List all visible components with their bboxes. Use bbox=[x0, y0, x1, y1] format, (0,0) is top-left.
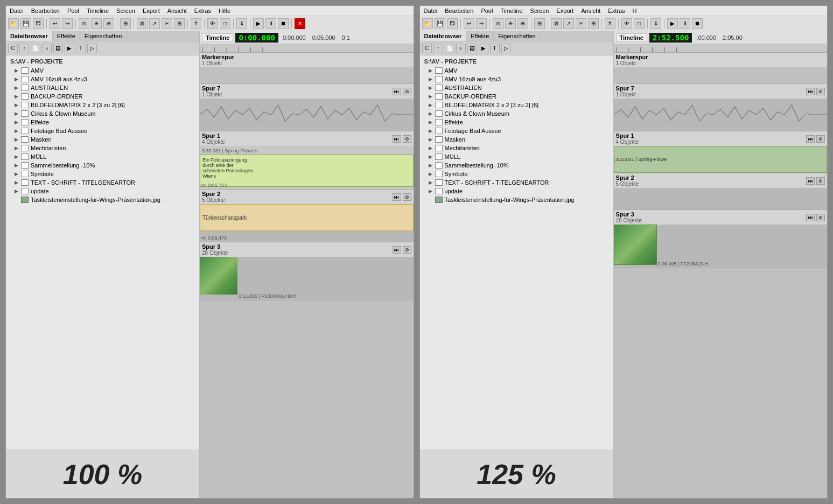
r-undo-btn[interactable]: ↩ bbox=[464, 18, 474, 29]
export-btn[interactable]: ⊠ bbox=[137, 18, 148, 29]
list-item[interactable]: Taskleisteneinstellung-für-Wings-Präsent… bbox=[6, 195, 199, 204]
r-spur3-skip-btn[interactable]: ⏭ bbox=[806, 214, 815, 221]
cut-btn[interactable]: ✂ bbox=[162, 18, 172, 29]
all-btn[interactable]: ▷ bbox=[87, 44, 97, 53]
r-menu-pool[interactable]: Pool bbox=[479, 7, 494, 15]
r-menu-datei[interactable]: Datei bbox=[422, 7, 439, 15]
r-pause2-btn[interactable]: ⏸ bbox=[680, 18, 690, 29]
spur7-mute-btn[interactable]: ⊘ bbox=[403, 88, 411, 95]
tab-dateibrowser[interactable]: Dateibrowser bbox=[6, 31, 53, 41]
r-list-item[interactable]: Taskleisteneinstellung-für-Wings-Präsent… bbox=[420, 195, 613, 204]
spur3-skip-btn[interactable]: ⏭ bbox=[393, 246, 401, 254]
r-spur1-skip-btn[interactable]: ⏭ bbox=[806, 135, 815, 143]
list-item[interactable]: ▶ Fototage Bad Aussee bbox=[6, 127, 199, 135]
menu-export[interactable]: Export bbox=[141, 7, 162, 15]
r-eye-btn[interactable]: 👁 bbox=[621, 18, 632, 29]
spur2-mute-btn[interactable]: ⊘ bbox=[403, 193, 411, 201]
r-spur3-mute-btn[interactable]: ⊘ bbox=[816, 214, 825, 221]
r-list-item[interactable]: ▶ Symbole bbox=[420, 170, 613, 178]
settings-btn[interactable]: ⊙ bbox=[79, 18, 89, 29]
eye-btn[interactable]: 👁 bbox=[207, 18, 218, 29]
r-menu-export[interactable]: Export bbox=[555, 7, 575, 15]
spur3-mute-btn[interactable]: ⊘ bbox=[403, 246, 411, 254]
list-item[interactable]: ▶ update bbox=[6, 187, 199, 195]
r-spur2-skip-btn[interactable]: ⏭ bbox=[806, 177, 815, 185]
menu-bearbeiten[interactable]: Bearbeiten bbox=[30, 7, 61, 15]
r-spur2-mute-btn[interactable]: ⊘ bbox=[816, 177, 825, 185]
r-settings-btn[interactable]: ⊙ bbox=[493, 18, 503, 29]
menu-extras[interactable]: Extras bbox=[193, 7, 213, 15]
plus-btn[interactable]: ⊕ bbox=[103, 18, 114, 29]
r-play2-btn[interactable]: ▶ bbox=[667, 18, 678, 29]
hash-btn[interactable]: # bbox=[191, 18, 201, 29]
list-item[interactable]: ▶ AMV 16zu9 aus 4zu3 bbox=[6, 75, 199, 83]
r-marker-btn[interactable]: ⊞ bbox=[588, 18, 599, 29]
r-list-item[interactable]: ▶ BACKUP-ORDNER bbox=[420, 92, 613, 101]
r-export2-btn[interactable]: ↗ bbox=[563, 18, 574, 29]
monitor-btn[interactable]: □ bbox=[220, 18, 230, 29]
r-list-item[interactable]: ▶ update bbox=[420, 187, 613, 195]
tab-eigenschaften[interactable]: Eigenschaften bbox=[80, 31, 127, 41]
r-list-item[interactable]: ▶ Cirkus & Clown Museum bbox=[420, 109, 613, 118]
vid-btn[interactable]: ▶ bbox=[65, 44, 74, 53]
menu-ansicht[interactable]: Ansicht bbox=[166, 7, 188, 15]
audio-btn[interactable]: ♪ bbox=[42, 44, 52, 53]
doc-btn[interactable]: 📄 bbox=[31, 44, 40, 53]
img-btn[interactable]: 🖼 bbox=[53, 44, 63, 53]
marker-btn[interactable]: ⊞ bbox=[174, 18, 185, 29]
r-arrow-btn[interactable]: ⇓ bbox=[650, 18, 661, 29]
tab-effekte[interactable]: Effekte bbox=[53, 31, 80, 41]
text-btn[interactable]: T bbox=[76, 44, 86, 53]
redo-btn[interactable]: ↪ bbox=[62, 18, 73, 29]
play2-btn[interactable]: ▶ bbox=[253, 18, 264, 29]
grid-btn[interactable]: ⊞ bbox=[120, 18, 131, 29]
r-menu-extras[interactable]: Extras bbox=[606, 7, 626, 15]
r-list-item[interactable]: ▶ Effekte bbox=[420, 118, 613, 127]
pause2-btn[interactable]: ⏸ bbox=[265, 18, 276, 29]
r-tab-dateibrowser[interactable]: Dateibrowser bbox=[420, 31, 467, 41]
list-item[interactable]: ▶ TEXT - SCHRIFT - TITELGENEARTOR bbox=[6, 178, 199, 187]
r-list-item[interactable]: ▶ TEXT - SCHRIFT - TITELGENEARTOR bbox=[420, 178, 613, 187]
list-item[interactable]: ▶ Effekte bbox=[6, 118, 199, 127]
r-cut-btn[interactable]: ✂ bbox=[576, 18, 586, 29]
menu-hilfe[interactable]: Hilfe bbox=[217, 7, 232, 15]
settings2-btn[interactable]: ✳ bbox=[91, 18, 102, 29]
menu-datei[interactable]: Datei bbox=[8, 7, 25, 15]
r-menu-h[interactable]: H bbox=[631, 7, 639, 15]
r-plus-btn[interactable]: ⊕ bbox=[517, 18, 528, 29]
save-btn[interactable]: 💾 bbox=[20, 18, 31, 29]
r-save-btn[interactable]: 💾 bbox=[435, 18, 445, 29]
r-save2-btn[interactable]: 🖫 bbox=[447, 18, 458, 29]
list-item[interactable]: ▶ AUSTRALIEN bbox=[6, 83, 199, 92]
refresh-btn[interactable]: C bbox=[8, 44, 18, 53]
close-toolbar-btn[interactable]: ✕ bbox=[295, 18, 305, 29]
list-item[interactable]: ▶ Sammelbestellung -10% bbox=[6, 161, 199, 170]
list-item[interactable]: ▶ BILDFELDMATRIX 2 x 2 [3 zu 2] [6] bbox=[6, 101, 199, 109]
list-item[interactable]: ▶ Masken bbox=[6, 135, 199, 144]
list-item[interactable]: ▶ BACKUP-ORDNER bbox=[6, 92, 199, 101]
menu-timeline[interactable]: Timeline bbox=[85, 7, 110, 15]
list-item[interactable]: ▶ MÜLL bbox=[6, 152, 199, 161]
undo-btn[interactable]: ↩ bbox=[50, 18, 60, 29]
r-refresh-btn[interactable]: C bbox=[422, 44, 432, 53]
spur1-mute-btn[interactable]: ⊘ bbox=[403, 135, 411, 143]
spur7-skip-btn[interactable]: ⏭ bbox=[393, 88, 401, 95]
r-list-item[interactable]: ▶ Masken bbox=[420, 135, 613, 144]
menu-screen[interactable]: Screen bbox=[115, 7, 137, 15]
r-list-item[interactable]: ▶ BILDFELDMATRIX 2 x 2 [3 zu 2] [6] bbox=[420, 101, 613, 109]
r-monitor-btn[interactable]: □ bbox=[634, 18, 645, 29]
r-grid-btn[interactable]: ⊞ bbox=[534, 18, 545, 29]
r-menu-timeline[interactable]: Timeline bbox=[499, 7, 524, 15]
r-all-btn[interactable]: ▷ bbox=[501, 44, 511, 53]
r-list-item[interactable]: ▶ Fototage Bad Aussee bbox=[420, 127, 613, 135]
r-open-btn[interactable]: 📂 bbox=[422, 18, 433, 29]
list-item[interactable]: ▶ Cirkus & Clown Museum bbox=[6, 109, 199, 118]
r-hash-btn[interactable]: # bbox=[605, 18, 615, 29]
r-vid-btn[interactable]: ▶ bbox=[479, 44, 488, 53]
list-item[interactable]: ▶ Symbole bbox=[6, 170, 199, 178]
r-up-btn[interactable]: ↑ bbox=[433, 44, 443, 53]
arrow-btn[interactable]: ⇓ bbox=[236, 18, 247, 29]
export2-btn[interactable]: ↗ bbox=[149, 18, 160, 29]
r-list-item[interactable]: ▶ Sammelbestellung -10% bbox=[420, 161, 613, 170]
r-img-btn[interactable]: 🖼 bbox=[467, 44, 477, 53]
